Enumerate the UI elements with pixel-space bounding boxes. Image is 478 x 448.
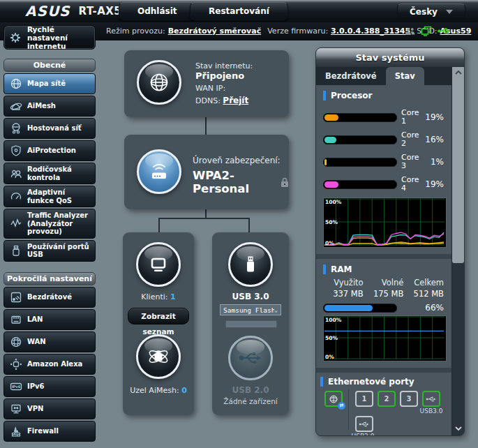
quick-setup-label: Rychlé nastavení internetu (27, 25, 92, 50)
accent-bar (320, 377, 323, 387)
sidebar-item-label: WAN (27, 338, 46, 346)
operation-mode-label: Režim provozu: (106, 27, 165, 36)
sidebar-item-label: VPN (27, 405, 43, 413)
sidebar-item-aiprotection[interactable]: AiProtection (3, 140, 96, 161)
aimesh-node-icon[interactable] (136, 334, 181, 379)
connector-line (205, 117, 207, 135)
connector-line (248, 218, 250, 232)
ports-heading: Ethernetové porty (328, 377, 414, 387)
network-map-icon (8, 76, 24, 91)
sidebar-item-firewall[interactable]: Firewall (3, 421, 96, 442)
wan-port-icon[interactable]: ⇄ (324, 391, 343, 407)
sidebar-item-ipv6[interactable]: IPv6 IPv6 (3, 376, 96, 397)
sidebar-item-guest-network[interactable]: Hostovaná síť (3, 118, 96, 139)
traffic-analyzer-icon (8, 216, 24, 231)
cpu-core-percent: 1% (424, 157, 445, 167)
internet-status-card[interactable]: Stav internetu: Připojeno WAN IP: DDNS: … (124, 50, 289, 117)
tab-status[interactable]: Stav (386, 67, 424, 85)
usb2-port-label: USB2.0 (347, 433, 379, 436)
usb3-port-label: USB3.0 (415, 408, 447, 415)
status-icons (405, 26, 450, 36)
view-client-list-button[interactable]: Zobrazit seznam (128, 308, 189, 324)
security-level-card[interactable]: Úroveň zabezpečení: WPA2-Personal (124, 135, 289, 209)
clients-icon[interactable] (405, 27, 415, 36)
reboot-button[interactable]: Restartování (190, 2, 288, 20)
sidebar-item-label: Firewall (27, 427, 59, 435)
clients-card: Klienti: 1 Zobrazit seznam Uzel AiMesh: … (123, 232, 194, 415)
tab-wireless[interactable]: Bezdrátové (316, 67, 386, 85)
router-admin-page: ASUS RT-AX59U Odhlásit Restartování Česk… (0, 0, 478, 448)
ram-percent: 66% (396, 303, 445, 313)
logout-button[interactable]: Odhlásit (119, 2, 196, 20)
quick-internet-setup-button[interactable]: Rychlé nastavení internetu (3, 25, 96, 50)
usb3-port-icon[interactable] (422, 391, 440, 407)
sidebar-item-label: Amazon Alexa (27, 360, 82, 368)
ddns-label: DDNS: (195, 96, 221, 105)
sidebar-item-label: Používání portů USB (27, 243, 94, 259)
ram-free-value: 175 MB (364, 289, 404, 299)
security-level-label: Úroveň zabezpečení: (193, 156, 289, 165)
clients-monitor-icon[interactable] (136, 242, 181, 287)
scroll-up-arrow[interactable] (452, 67, 464, 78)
language-label: Česky (410, 7, 438, 17)
sidebar-item-parental-controls[interactable]: Rodičovská kontrola (3, 163, 96, 184)
lan-port-2[interactable]: 2 (378, 391, 396, 407)
cpu-core-bar (323, 113, 397, 122)
sidebar-item-adaptive-qos[interactable]: Adaptivní funkce QoS (3, 186, 96, 207)
sidebar-item-traffic-analyzer[interactable]: Traffic Analyzer (Analyzátor provozu) (3, 209, 96, 239)
sidebar-item-wireless[interactable]: Bezdrátové (3, 287, 96, 308)
asus-logo: ASUS (25, 3, 70, 20)
lan-port-3[interactable]: 3 (400, 391, 418, 407)
usb-status-icon[interactable] (438, 27, 450, 36)
usb-card: USB 3.0 Samsung Flash I ⌄ USB 2.0 Žádné … (212, 232, 289, 415)
usb-device-select[interactable]: Samsung Flash I ⌄ (220, 304, 281, 315)
cpu-core-bar (323, 135, 397, 144)
chevron-down-icon (446, 10, 453, 14)
wan-refresh-badge: ⇄ (338, 402, 345, 410)
sidebar-item-lan[interactable]: LAN (3, 309, 96, 330)
ddns-link[interactable]: Přejít (223, 96, 248, 105)
sidebar-item-wan[interactable]: WAN (3, 331, 96, 352)
wireless-icon (8, 290, 24, 305)
ram-table: Využito Volné Celkem 337 MB 175 MB 512 M… (323, 278, 445, 299)
firmware-label: Verze firmwaru: (267, 27, 328, 36)
ram-section: RAM Využito Volné Celkem 337 MB 175 MB 5… (316, 259, 452, 368)
sidebar-item-usb-apps[interactable]: Používání portů USB (3, 240, 96, 262)
internet-globe-icon[interactable] (137, 60, 181, 105)
sidebar-item-aimesh[interactable]: AiMesh (3, 96, 96, 117)
sidebar-item-amazon-alexa[interactable]: Amazon Alexa (3, 354, 96, 375)
scrollbar-thumb[interactable] (452, 78, 464, 263)
sidebar-item-label: Rodičovská kontrola (27, 165, 94, 181)
guest-network-icon (8, 121, 24, 136)
sidebar-item-vpn[interactable]: VPN (3, 398, 96, 419)
usb-usage-bar (225, 320, 277, 328)
cpu-core-bar (323, 180, 397, 189)
panel-scrollbar[interactable] (451, 67, 464, 435)
ram-total-label: Celkem (403, 278, 444, 288)
shield-icon (8, 143, 24, 158)
language-select[interactable]: Česky (397, 3, 465, 20)
cpu-heading: Procesor (331, 91, 373, 100)
sidebar-item-label: AiProtection (27, 147, 76, 155)
lock-icon (281, 177, 289, 188)
cpu-core-percent: 19% (424, 112, 445, 122)
cpu-core-row: Core1 19% (323, 106, 445, 128)
usb2-port-icon-small[interactable] (355, 416, 373, 432)
ethernet-ports-section: Ethernetové porty ⇄ 1 2 3 USB3.0 (316, 373, 452, 436)
firmware-link[interactable]: 3.0.0.4.388_31345 (331, 27, 410, 36)
aimesh-node-count: 0 (181, 386, 187, 395)
usb2-port-icon[interactable] (228, 336, 273, 380)
sidebar-item-label: AiMesh (27, 102, 56, 110)
lan-port-1[interactable]: 1 (355, 391, 373, 407)
svg-text:IPv6: IPv6 (12, 384, 21, 389)
usb3-drive-icon[interactable] (228, 242, 273, 287)
clients-count: 1 (170, 292, 176, 301)
sidebar-item-network-map[interactable]: Mapa sítě (3, 73, 96, 94)
router-icon[interactable] (137, 149, 181, 194)
wired-devices-icon[interactable] (421, 26, 432, 36)
aimesh-icon (8, 98, 24, 114)
usb2-status: Žádné zařízení (212, 397, 289, 405)
scroll-down-arrow[interactable] (452, 423, 464, 434)
cpu-section: Procesor Core1 19% Core2 16% Core3 1% (316, 85, 452, 254)
operation-mode-link[interactable]: Bezdrátový směrovač (168, 27, 262, 36)
